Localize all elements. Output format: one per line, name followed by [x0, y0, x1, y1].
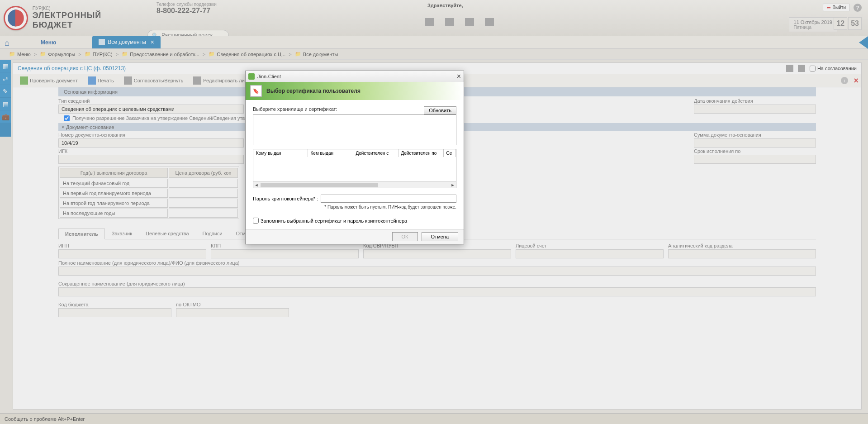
password-row: Пароль криптоконтейнера* : — [253, 195, 456, 203]
dialog-body: Обновить Выберите хранилище и сертификат… — [246, 100, 464, 229]
storage-listbox[interactable] — [253, 114, 456, 145]
col-valid-from: Действителен с — [353, 149, 398, 157]
report-problem-link[interactable]: Сообщить о проблеме Alt+P+Enter — [5, 416, 85, 422]
password-hint: * Пароль может быть пустым. ПИН-код буде… — [253, 205, 456, 210]
app-icon — [248, 73, 255, 80]
ok-button[interactable]: ОК — [392, 232, 418, 241]
remember-label: Запомнить выбранный сертификат и пароль … — [261, 218, 407, 224]
certificate-icon: 🔖 — [250, 85, 262, 97]
dialog-header: 🔖 Выбор сертификата пользователя — [246, 82, 464, 100]
scroll-left-icon[interactable]: ◄ — [253, 183, 260, 187]
remember-checkbox-row[interactable]: Запомнить выбранный сертификат и пароль … — [253, 218, 456, 224]
remember-checkbox[interactable] — [253, 218, 259, 224]
certificate-scrollbar[interactable]: ◄ ► — [253, 181, 456, 188]
scroll-right-icon[interactable]: ► — [450, 183, 456, 187]
dialog-title: Выбор сертификата пользователя — [266, 88, 360, 94]
status-bar: Сообщить о проблеме Alt+P+Enter — [0, 413, 868, 424]
dialog-footer: ОК Отмена — [246, 229, 464, 244]
password-input[interactable] — [321, 195, 456, 203]
col-issued-to: Кому выдан — [253, 149, 308, 157]
refresh-button[interactable]: Обновить — [424, 106, 456, 114]
col-valid-to: Действителен по — [398, 149, 443, 157]
certificate-list[interactable] — [253, 157, 456, 181]
certificate-dialog: Jinn-Client × 🔖 Выбор сертификата пользо… — [245, 71, 464, 244]
col-serial: Се — [443, 149, 456, 157]
dialog-close-icon[interactable]: × — [457, 72, 461, 81]
password-label: Пароль криптоконтейнера* : — [253, 196, 318, 201]
certificate-table: Кому выдан Кем выдан Действителен с Дейс… — [253, 149, 456, 188]
col-issued-by: Кем выдан — [308, 149, 353, 157]
cancel-button[interactable]: Отмена — [422, 232, 458, 241]
scroll-thumb[interactable] — [261, 183, 378, 187]
dialog-app-title: Jinn-Client — [257, 74, 281, 79]
dialog-titlebar[interactable]: Jinn-Client × — [246, 71, 464, 82]
